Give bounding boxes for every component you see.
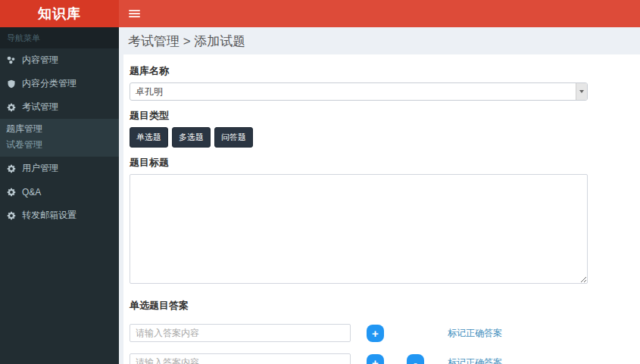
question-title-label: 题目标题 [130,156,640,170]
answers-section-label: 单选题目答案 [130,299,640,313]
mark-correct-link[interactable]: 标记正确答案 [448,356,502,364]
top-header: 知识库 [0,0,640,27]
gear-icon [5,103,17,112]
app-logo[interactable]: 知识库 [0,0,119,27]
answer-input[interactable] [130,353,351,364]
gear-icon [5,188,17,197]
sidebar: 导航菜单 内容管理 内容分类管理 [0,27,119,364]
answer-input[interactable] [130,324,351,342]
sidebar-section-label: 导航菜单 [0,27,119,48]
breadcrumb: 考试管理 > 添加试题 [119,27,640,54]
mark-correct-link[interactable]: 标记正确答案 [448,327,502,340]
remove-answer-button[interactable]: - [407,354,424,364]
multiple-choice-button[interactable]: 多选题 [172,127,211,148]
add-answer-button[interactable]: + [367,354,384,364]
bank-name-selected-value: 卓孔明 [130,86,576,98]
exam-management-submenu: 题库管理 试卷管理 [0,119,119,157]
sidebar-item-label: 考试管理 [22,101,58,114]
app-window: 知识库 导航菜单 内容管理 [0,0,640,364]
bank-name-group: 题库名称 卓孔明 [130,64,640,101]
submenu-item-label: 题库管理 [6,123,42,135]
question-title-textarea[interactable] [130,174,588,284]
answer-row: + - 标记正确答案 [130,353,640,364]
question-type-group: 题目类型 单选题 多选题 问答题 [130,109,640,148]
shield-icon [5,79,17,89]
sidebar-item-content-management[interactable]: 内容管理 [0,48,119,72]
sidebar-item-exam-management[interactable]: 考试管理 [0,95,119,119]
single-choice-button[interactable]: 单选题 [130,127,168,148]
sidebar-item-label: 用户管理 [22,162,58,175]
gear-icon [5,164,17,173]
bank-name-label: 题库名称 [130,64,640,78]
question-type-label: 题目类型 [130,109,640,123]
top-navbar [119,0,640,27]
circles-icon [5,55,17,65]
sidebar-item-test-paper-management[interactable]: 试卷管理 [0,137,119,153]
sidebar-item-label: 内容管理 [22,54,58,67]
sidebar-item-content-category-management[interactable]: 内容分类管理 [0,72,119,95]
chevron-down-icon[interactable] [576,83,587,100]
bank-name-select[interactable]: 卓孔明 [130,82,588,101]
sidebar-item-question-bank-management[interactable]: 题库管理 [0,121,119,137]
question-title-group: 题目标题 [130,156,640,287]
main-area: 导航菜单 内容管理 内容分类管理 [0,27,640,364]
sidebar-item-label: 内容分类管理 [22,77,76,90]
question-type-buttons: 单选题 多选题 问答题 [130,127,640,148]
hamburger-icon[interactable] [129,10,140,17]
submenu-item-label: 试卷管理 [6,138,42,151]
content-wrapper: 考试管理 > 添加试题 题库名称 卓孔明 题目类型 单选题 多选题 问答题 [119,27,640,364]
sidebar-item-qa[interactable]: Q&A [0,180,119,204]
sidebar-item-label: Q&A [22,187,41,198]
add-question-form: 题库名称 卓孔明 题目类型 单选题 多选题 问答题 题目标题 [123,54,640,364]
add-answer-button[interactable]: + [367,325,384,342]
sidebar-item-user-management[interactable]: 用户管理 [0,157,119,180]
gear-icon [5,211,17,220]
answer-row: + 标记正确答案 [130,324,640,342]
qa-question-button[interactable]: 问答题 [214,127,253,148]
sidebar-item-forward-mailbox-settings[interactable]: 转发邮箱设置 [0,204,119,227]
sidebar-item-label: 转发邮箱设置 [22,209,76,222]
